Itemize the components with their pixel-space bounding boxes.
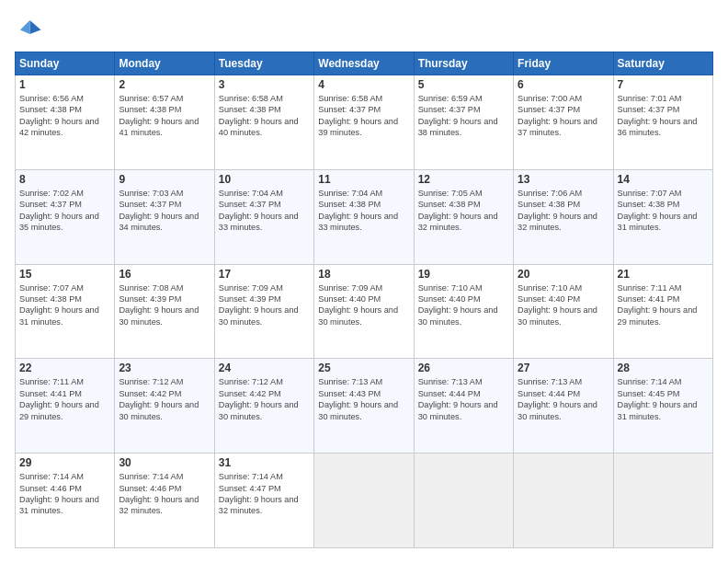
day-number: 10 — [219, 173, 310, 186]
day-number: 8 — [19, 173, 110, 186]
day-number: 29 — [19, 456, 110, 469]
cell-content: Sunrise: 7:11 AMSunset: 4:41 PMDaylight:… — [618, 283, 698, 327]
cell-content: Sunrise: 7:06 AMSunset: 4:38 PMDaylight:… — [518, 189, 597, 232]
calendar-header-row: SundayMondayTuesdayWednesdayThursdayFrid… — [16, 52, 713, 75]
day-number: 15 — [19, 268, 110, 281]
calendar-cell: 26 Sunrise: 7:13 AMSunset: 4:44 PMDaylig… — [414, 359, 513, 454]
calendar-cell: 21 Sunrise: 7:11 AMSunset: 4:41 PMDaylig… — [613, 264, 712, 359]
day-number: 19 — [418, 268, 509, 281]
calendar-cell: 2 Sunrise: 6:57 AMSunset: 4:38 PMDayligh… — [115, 75, 214, 170]
svg-marker-0 — [30, 20, 41, 34]
calendar-cell: 11 Sunrise: 7:04 AMSunset: 4:38 PMDaylig… — [314, 169, 414, 264]
cell-content: Sunrise: 7:09 AMSunset: 4:39 PMDaylight:… — [219, 283, 299, 327]
day-number: 25 — [318, 362, 409, 374]
calendar-cell: 19 Sunrise: 7:10 AMSunset: 4:40 PMDaylig… — [414, 264, 513, 359]
day-number: 18 — [318, 268, 409, 281]
cell-content: Sunrise: 7:05 AMSunset: 4:38 PMDaylight:… — [418, 189, 498, 232]
calendar-cell: 29 Sunrise: 7:14 AMSunset: 4:46 PMDaylig… — [16, 454, 115, 548]
calendar-cell: 6 Sunrise: 7:00 AMSunset: 4:37 PMDayligh… — [514, 75, 613, 170]
day-number: 30 — [119, 456, 210, 469]
calendar-cell: 31 Sunrise: 7:14 AMSunset: 4:47 PMDaylig… — [214, 454, 313, 548]
calendar-cell — [613, 454, 712, 548]
cell-content: Sunrise: 7:04 AMSunset: 4:37 PMDaylight:… — [219, 189, 299, 232]
day-header-sunday: Sunday — [16, 52, 115, 75]
day-header-monday: Monday — [115, 52, 214, 75]
day-number: 26 — [418, 362, 509, 374]
day-number: 3 — [219, 78, 310, 91]
cell-content: Sunrise: 7:09 AMSunset: 4:40 PMDaylight:… — [318, 283, 398, 327]
day-header-thursday: Thursday — [414, 52, 513, 75]
cell-content: Sunrise: 7:13 AMSunset: 4:44 PMDaylight:… — [418, 377, 498, 420]
day-number: 31 — [219, 456, 310, 469]
cell-content: Sunrise: 7:08 AMSunset: 4:39 PMDaylight:… — [119, 283, 199, 327]
header — [15, 15, 713, 42]
calendar-cell: 28 Sunrise: 7:14 AMSunset: 4:45 PMDaylig… — [613, 359, 712, 454]
calendar-week-3: 15 Sunrise: 7:07 AMSunset: 4:38 PMDaylig… — [16, 264, 713, 359]
day-number: 11 — [318, 173, 409, 186]
cell-content: Sunrise: 7:04 AMSunset: 4:38 PMDaylight:… — [318, 189, 398, 232]
svg-marker-1 — [20, 20, 30, 34]
cell-content: Sunrise: 6:57 AMSunset: 4:38 PMDaylight:… — [119, 94, 199, 137]
calendar-cell: 15 Sunrise: 7:07 AMSunset: 4:38 PMDaylig… — [16, 264, 115, 359]
day-header-tuesday: Tuesday — [214, 52, 313, 75]
calendar-cell: 20 Sunrise: 7:10 AMSunset: 4:40 PMDaylig… — [514, 264, 613, 359]
calendar-cell: 24 Sunrise: 7:12 AMSunset: 4:42 PMDaylig… — [214, 359, 313, 454]
cell-content: Sunrise: 6:59 AMSunset: 4:37 PMDaylight:… — [418, 94, 498, 137]
day-number: 14 — [618, 173, 709, 186]
day-number: 22 — [19, 362, 110, 374]
cell-content: Sunrise: 7:07 AMSunset: 4:38 PMDaylight:… — [618, 189, 698, 232]
day-number: 20 — [518, 268, 609, 281]
calendar-cell: 25 Sunrise: 7:13 AMSunset: 4:43 PMDaylig… — [314, 359, 414, 454]
day-header-friday: Friday — [514, 52, 613, 75]
day-number: 23 — [119, 362, 210, 374]
day-number: 5 — [418, 78, 509, 91]
day-number: 17 — [219, 268, 310, 281]
calendar-cell: 1 Sunrise: 6:56 AMSunset: 4:38 PMDayligh… — [16, 75, 115, 170]
calendar-cell: 10 Sunrise: 7:04 AMSunset: 4:37 PMDaylig… — [214, 169, 313, 264]
day-number: 7 — [618, 78, 709, 91]
cell-content: Sunrise: 6:58 AMSunset: 4:38 PMDaylight:… — [219, 94, 299, 137]
day-number: 28 — [618, 362, 709, 374]
calendar-cell: 30 Sunrise: 7:14 AMSunset: 4:46 PMDaylig… — [115, 454, 214, 548]
calendar-week-4: 22 Sunrise: 7:11 AMSunset: 4:41 PMDaylig… — [16, 359, 713, 454]
cell-content: Sunrise: 7:13 AMSunset: 4:44 PMDaylight:… — [518, 377, 597, 420]
calendar-cell: 13 Sunrise: 7:06 AMSunset: 4:38 PMDaylig… — [514, 169, 613, 264]
cell-content: Sunrise: 7:12 AMSunset: 4:42 PMDaylight:… — [219, 377, 299, 420]
cell-content: Sunrise: 7:10 AMSunset: 4:40 PMDaylight:… — [418, 283, 498, 327]
calendar-cell: 8 Sunrise: 7:02 AMSunset: 4:37 PMDayligh… — [16, 169, 115, 264]
day-header-saturday: Saturday — [613, 52, 712, 75]
day-number: 12 — [418, 173, 509, 186]
calendar-cell: 7 Sunrise: 7:01 AMSunset: 4:37 PMDayligh… — [613, 75, 712, 170]
day-number: 4 — [318, 78, 409, 91]
day-number: 1 — [19, 78, 110, 91]
calendar-week-2: 8 Sunrise: 7:02 AMSunset: 4:37 PMDayligh… — [16, 169, 713, 264]
cell-content: Sunrise: 7:03 AMSunset: 4:37 PMDaylight:… — [119, 189, 199, 232]
cell-content: Sunrise: 6:58 AMSunset: 4:37 PMDaylight:… — [318, 94, 398, 137]
cell-content: Sunrise: 7:14 AMSunset: 4:46 PMDaylight:… — [19, 472, 99, 515]
calendar-cell: 22 Sunrise: 7:11 AMSunset: 4:41 PMDaylig… — [16, 359, 115, 454]
cell-content: Sunrise: 7:01 AMSunset: 4:37 PMDaylight:… — [618, 94, 698, 137]
calendar-cell: 16 Sunrise: 7:08 AMSunset: 4:39 PMDaylig… — [115, 264, 214, 359]
calendar-cell: 27 Sunrise: 7:13 AMSunset: 4:44 PMDaylig… — [514, 359, 613, 454]
cell-content: Sunrise: 6:56 AMSunset: 4:38 PMDaylight:… — [19, 94, 99, 137]
calendar-cell: 14 Sunrise: 7:07 AMSunset: 4:38 PMDaylig… — [613, 169, 712, 264]
calendar-cell — [514, 454, 613, 548]
day-number: 6 — [518, 78, 609, 91]
day-number: 24 — [219, 362, 310, 374]
calendar-cell: 12 Sunrise: 7:05 AMSunset: 4:38 PMDaylig… — [414, 169, 513, 264]
cell-content: Sunrise: 7:00 AMSunset: 4:37 PMDaylight:… — [518, 94, 597, 137]
calendar-cell: 3 Sunrise: 6:58 AMSunset: 4:38 PMDayligh… — [214, 75, 313, 170]
day-number: 9 — [119, 173, 210, 186]
page: SundayMondayTuesdayWednesdayThursdayFrid… — [0, 0, 728, 563]
day-header-wednesday: Wednesday — [314, 52, 414, 75]
cell-content: Sunrise: 7:14 AMSunset: 4:47 PMDaylight:… — [219, 472, 299, 515]
cell-content: Sunrise: 7:07 AMSunset: 4:38 PMDaylight:… — [19, 283, 99, 327]
calendar-cell: 17 Sunrise: 7:09 AMSunset: 4:39 PMDaylig… — [214, 264, 313, 359]
day-number: 16 — [119, 268, 210, 281]
cell-content: Sunrise: 7:12 AMSunset: 4:42 PMDaylight:… — [119, 377, 199, 420]
cell-content: Sunrise: 7:14 AMSunset: 4:45 PMDaylight:… — [618, 377, 698, 420]
logo-icon — [15, 15, 42, 42]
cell-content: Sunrise: 7:13 AMSunset: 4:43 PMDaylight:… — [318, 377, 398, 420]
calendar-cell — [314, 454, 414, 548]
cell-content: Sunrise: 7:11 AMSunset: 4:41 PMDaylight:… — [19, 377, 99, 420]
